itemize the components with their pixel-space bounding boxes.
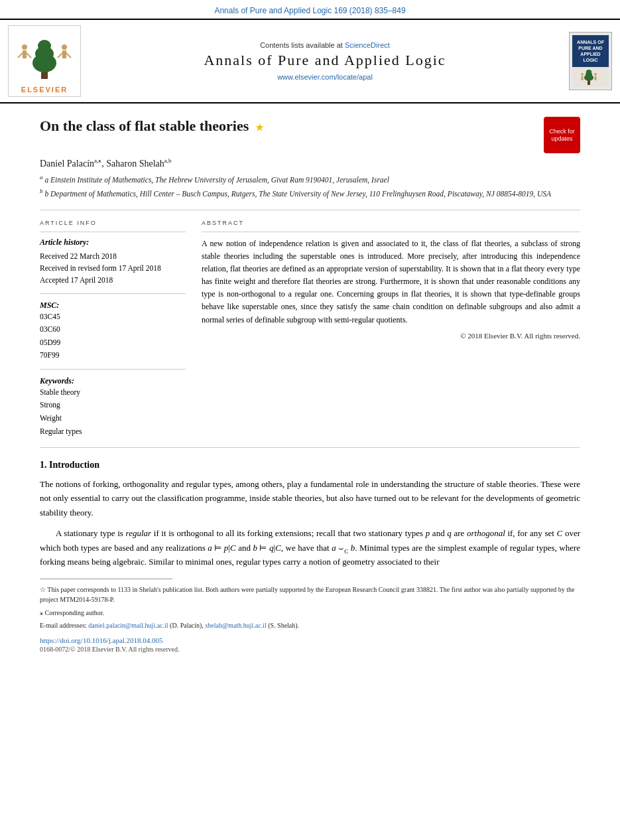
footnote-1: ☆ This paper corresponds to 1133 in Shel… [40,585,580,605]
author2-sup: a,b [164,157,172,164]
journal-cover: ANNALS OF PURE AND APPLIED LOGIC [569,32,612,90]
author2-name: , Saharon Shelah [101,159,164,169]
journal-cover-title: ANNALS OF PURE AND APPLIED LOGIC [575,39,606,63]
svg-rect-17 [581,76,583,80]
svg-point-18 [594,73,597,76]
authors-line: Daniel Palacína,⁎, Saharon Shelaha,b [40,159,580,169]
svg-point-4 [22,44,27,50]
copyright-line: 0168-0072/© 2018 Elsevier B.V. All right… [40,646,580,653]
svg-point-16 [581,73,584,76]
abstract-text: A new notion of independence relation is… [202,238,580,326]
svg-line-10 [58,53,62,58]
header-center: Contents lists available at ScienceDirec… [88,41,562,81]
msc-codes: 03C45 03C60 05D99 70F99 [40,311,186,362]
article-info-label: ARTICLE INFO [40,220,186,226]
doi-line: https://doi.org/10.1016/j.apal.2018.04.0… [40,636,580,644]
footnote-divider [40,579,172,579]
keywords-list: Stable theory Strong Weight Regular type… [40,386,186,438]
msc-block: MSC: 03C45 03C60 05D99 70F99 [40,301,186,362]
svg-line-6 [18,53,23,58]
email-2-link[interactable]: shelah@math.huji.ac.il [205,622,266,629]
svg-point-3 [38,40,51,52]
paper-content: On the class of flat stable theories ★ C… [0,104,620,666]
article-info-col: ARTICLE INFO Article history: Received 2… [40,220,186,439]
journal-title-header: Annals of Pure and Applied Logic [88,52,562,69]
svg-point-8 [62,44,67,50]
svg-line-11 [66,53,71,58]
abstract-col: ABSTRACT A new notion of independence re… [202,220,580,439]
article-history-title: Article history: [40,238,186,247]
affiliation-a: a a Einstein Institute of Mathematics, T… [40,175,580,186]
svg-rect-9 [62,50,66,58]
author1-sup: a,⁎ [94,157,101,164]
elsevier-logo: ELSEVIER [8,25,81,97]
intro-para-1: The notions of forking, orthogonality an… [40,477,580,520]
email-1-link[interactable]: daniel.palacin@mail.huji.ac.il [88,622,168,629]
footnote-2: ⁎ Corresponding author. [40,608,580,618]
section-1-heading: 1. Introduction [40,460,580,470]
abstract-label: ABSTRACT [202,220,580,226]
journal-url: www.elsevier.com/locate/apal [88,73,562,81]
elsevier-brand-text: ELSEVIER [11,86,78,94]
svg-rect-19 [594,76,596,80]
affiliation-b: b b Department of Mathematics, Hill Cent… [40,188,580,200]
divider-2 [40,447,580,448]
star-icon: ★ [255,123,264,133]
check-for-updates-badge: Check for updates [544,117,580,153]
contents-line: Contents lists available at ScienceDirec… [88,41,562,49]
divider-1 [40,210,580,210]
msc-title: MSC: [40,301,186,311]
keywords-block: Keywords: Stable theory Strong Weight Re… [40,376,186,438]
abstract-copyright: © 2018 Elsevier B.V. All rights reserved… [202,332,580,340]
keywords-title: Keywords: [40,376,186,386]
svg-point-15 [586,70,591,74]
intro-para-2: A stationary type is regular if it is or… [40,526,580,569]
journal-header-top: Annals of Pure and Applied Logic 169 (20… [0,0,620,20]
author1-name: Daniel Palacín [40,159,94,169]
svg-line-7 [27,53,31,58]
svg-rect-5 [23,50,27,58]
footnote-email: E-mail addresses: daniel.palacin@mail.hu… [40,620,580,631]
article-received: Received 22 March 2018 Received in revis… [40,250,186,287]
paper-title: On the class of flat stable theories ★ [40,117,264,136]
sciencedirect-link[interactable]: ScienceDirect [345,41,390,49]
two-col-section: ARTICLE INFO Article history: Received 2… [40,220,580,439]
journal-citation-link[interactable]: Annals of Pure and Applied Logic 169 (20… [214,6,405,15]
main-header: ELSEVIER Contents lists available at Sci… [0,20,620,104]
doi-link[interactable]: https://doi.org/10.1016/j.apal.2018.04.0… [40,636,163,644]
